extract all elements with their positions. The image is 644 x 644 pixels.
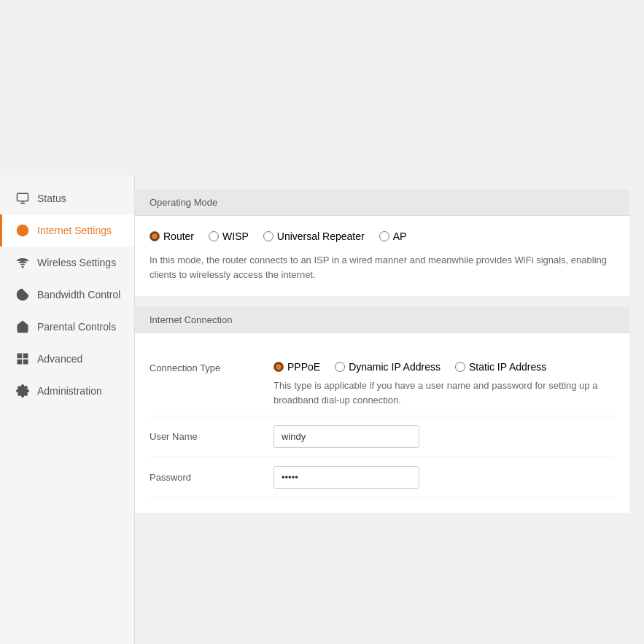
svg-rect-6 — [18, 354, 21, 357]
radio-pppoe-label: PPPoE — [287, 361, 320, 373]
radio-wisp[interactable]: WISP — [209, 230, 249, 242]
home-icon — [15, 319, 30, 334]
operating-mode-title: Operating Mode — [150, 197, 217, 208]
radio-static-ip-input[interactable] — [455, 362, 465, 372]
radio-ap-input[interactable] — [379, 231, 389, 241]
radio-wisp-input[interactable] — [209, 231, 219, 241]
sidebar-item-status-label: Status — [37, 193, 66, 204]
connection-type-row: Connection Type PPPoE Dynamic IP Address — [150, 348, 615, 416]
sidebar-item-internet-settings-label: Internet Settings — [37, 225, 112, 236]
radio-router-label: Router — [163, 230, 194, 242]
sidebar-item-bandwidth-control[interactable]: Bandwidth Control — [0, 279, 134, 311]
main-content: Operating Mode Router WISP Universal Rep… — [135, 175, 644, 644]
radio-ap[interactable]: AP — [379, 230, 407, 242]
gear-icon — [15, 384, 30, 398]
radio-dynamic-ip[interactable]: Dynamic IP Address — [335, 361, 441, 373]
user-name-field — [273, 425, 615, 448]
radio-static-ip[interactable]: Static IP Address — [455, 361, 546, 373]
radio-router-input[interactable] — [150, 231, 160, 241]
operating-mode-section: Operating Mode Router WISP Universal Rep… — [135, 190, 629, 296]
radio-wisp-label: WISP — [222, 230, 249, 242]
radio-universal-repeater-input[interactable] — [263, 231, 273, 241]
wifi-icon — [15, 255, 30, 270]
sidebar-item-parental-controls[interactable]: Parental Controls — [0, 311, 134, 343]
user-name-row: User Name — [150, 416, 615, 457]
password-label: Password — [150, 466, 273, 483]
internet-connection-title: Internet Connection — [150, 314, 232, 325]
radio-pppoe-input[interactable] — [273, 362, 284, 372]
gauge-icon — [15, 287, 30, 302]
sidebar-item-internet-settings[interactable]: Internet Settings — [0, 214, 134, 247]
sidebar-item-administration-label: Administration — [37, 385, 102, 397]
svg-point-5 — [22, 266, 23, 268]
connection-type-radios: PPPoE Dynamic IP Address Static IP Addre… — [273, 357, 615, 373]
sidebar-item-administration[interactable]: Administration — [0, 375, 134, 407]
radio-ap-label: AP — [393, 230, 407, 242]
radio-router[interactable]: Router — [150, 230, 194, 242]
password-field — [273, 466, 615, 489]
user-name-input[interactable] — [273, 425, 419, 448]
connection-type-field: PPPoE Dynamic IP Address Static IP Addre… — [273, 357, 615, 407]
internet-connection-header: Internet Connection — [135, 307, 629, 333]
radio-universal-repeater[interactable]: Universal Repeater — [263, 230, 365, 242]
connection-type-desc: This type is applicable if you have a us… — [273, 379, 615, 407]
globe-icon — [15, 223, 30, 238]
sidebar-item-bandwidth-control-label: Bandwidth Control — [37, 289, 120, 300]
svg-rect-7 — [24, 354, 28, 357]
sidebar-item-status[interactable]: Status — [0, 182, 134, 214]
radio-universal-repeater-label: Universal Repeater — [277, 230, 365, 242]
operating-mode-description: In this mode, the router connects to an … — [150, 253, 615, 282]
radio-pppoe[interactable]: PPPoE — [273, 361, 320, 373]
internet-connection-body: Connection Type PPPoE Dynamic IP Address — [135, 333, 629, 513]
user-name-label: User Name — [150, 425, 273, 442]
sidebar-item-advanced[interactable]: Advanced — [0, 343, 134, 375]
monitor-icon — [15, 191, 30, 206]
sidebar-item-wireless-settings-label: Wireless Settings — [37, 257, 116, 268]
connection-type-label: Connection Type — [150, 357, 273, 373]
sidebar-item-advanced-label: Advanced — [37, 353, 82, 365]
internet-connection-section: Internet Connection Connection Type PPPo… — [135, 307, 629, 513]
grid-icon — [15, 352, 30, 366]
svg-rect-9 — [18, 360, 21, 364]
operating-mode-radio-group: Router WISP Universal Repeater AP — [150, 230, 615, 242]
radio-dynamic-ip-input[interactable] — [335, 362, 345, 372]
sidebar-item-wireless-settings[interactable]: Wireless Settings — [0, 247, 134, 279]
radio-static-ip-label: Static IP Address — [469, 361, 546, 373]
svg-rect-0 — [18, 193, 28, 201]
sidebar-item-parental-controls-label: Parental Controls — [37, 321, 116, 333]
operating-mode-body: Router WISP Universal Repeater AP In thi… — [135, 216, 629, 296]
sidebar: Status Internet Settings Wireless Settin… — [0, 175, 135, 644]
svg-rect-8 — [24, 360, 28, 364]
password-input[interactable] — [273, 466, 419, 489]
radio-dynamic-ip-label: Dynamic IP Address — [349, 361, 441, 373]
password-row: Password — [150, 457, 615, 498]
operating-mode-header: Operating Mode — [135, 190, 629, 216]
